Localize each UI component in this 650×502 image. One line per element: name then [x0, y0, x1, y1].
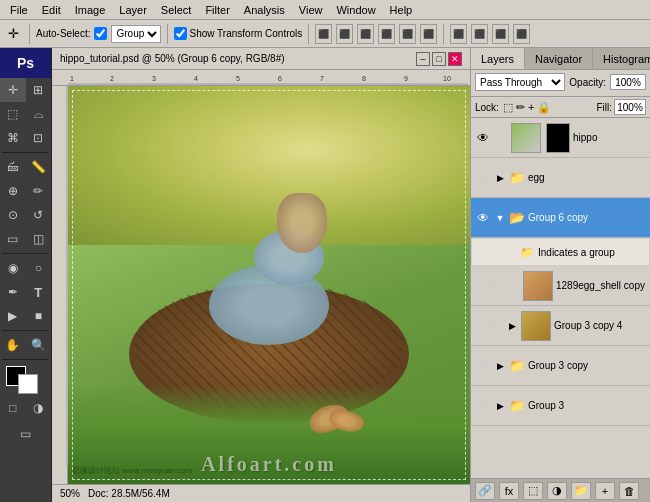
- menu-layer[interactable]: Layer: [113, 0, 153, 19]
- layer-egg-shell-copy[interactable]: 👁 1289egg_shell copy: [471, 266, 650, 306]
- gradient-tool[interactable]: ◫: [26, 227, 52, 251]
- svg-rect-0: [68, 71, 468, 85]
- tab-histogram[interactable]: Histogram: [593, 48, 650, 69]
- background-color[interactable]: [18, 374, 38, 394]
- zoom-tool[interactable]: 🔍: [26, 333, 52, 357]
- menu-image[interactable]: Image: [69, 0, 112, 19]
- standard-mode[interactable]: □: [0, 396, 26, 420]
- layer-egg-eye[interactable]: 👁: [475, 170, 491, 186]
- ruler-tool[interactable]: 📏: [26, 155, 52, 179]
- tab-layers[interactable]: Layers: [471, 48, 525, 69]
- ruler-vertical: [52, 86, 68, 484]
- new-group-btn[interactable]: 📁: [571, 482, 591, 500]
- blend-mode-select[interactable]: Pass Through Normal Multiply: [475, 73, 565, 91]
- lock-image-icon[interactable]: ✏: [516, 101, 525, 114]
- align-btn-3[interactable]: ⬛: [357, 24, 374, 44]
- layer-g3-expand[interactable]: ▶: [494, 400, 506, 412]
- maximize-btn[interactable]: □: [432, 52, 446, 66]
- dodge-tool[interactable]: ○: [26, 256, 52, 280]
- svg-text:5: 5: [236, 75, 240, 82]
- layer-g3c-expand[interactable]: ▶: [494, 360, 506, 372]
- move-tool-btn[interactable]: ✛: [4, 24, 23, 44]
- auto-select-label: Auto-Select:: [36, 28, 90, 39]
- lock-all-icon[interactable]: 🔒: [537, 101, 551, 114]
- dist-btn-2[interactable]: ⬛: [471, 24, 488, 44]
- path-select-tool[interactable]: ▶: [0, 304, 26, 328]
- eyedropper-tool[interactable]: 🖮: [0, 155, 26, 179]
- dist-btn-4[interactable]: ⬛: [513, 24, 530, 44]
- dist-btn-3[interactable]: ⬛: [492, 24, 509, 44]
- delete-layer-btn[interactable]: 🗑: [619, 482, 639, 500]
- quick-mask[interactable]: ◑: [26, 396, 52, 420]
- tab-navigator[interactable]: Navigator: [525, 48, 593, 69]
- layer-egg[interactable]: 👁 ▶ 📁 egg: [471, 158, 650, 198]
- shape-tool[interactable]: ■: [26, 304, 52, 328]
- show-transform-label[interactable]: Show Transform Controls: [174, 27, 302, 40]
- layer-g3c4-expand[interactable]: ▶: [506, 320, 518, 332]
- lock-position-icon[interactable]: +: [528, 101, 534, 114]
- opacity-input[interactable]: [610, 74, 646, 90]
- wand-tool[interactable]: ⌘: [0, 126, 26, 150]
- layer-group6copy[interactable]: 👁 ▼ 📂 Group 6 copy: [471, 198, 650, 238]
- menu-file[interactable]: File: [4, 0, 34, 19]
- show-transform-checkbox[interactable]: [174, 27, 187, 40]
- screen-mode-btn[interactable]: ▭: [6, 422, 46, 446]
- link-layers-btn[interactable]: 🔗: [475, 482, 495, 500]
- crop-tool[interactable]: ⊡: [26, 126, 52, 150]
- layer-hippo-eye[interactable]: 👁: [475, 130, 491, 146]
- brush-tool[interactable]: ✏: [26, 179, 52, 203]
- layer-g3c-eye[interactable]: 👁: [475, 358, 491, 374]
- menu-filter[interactable]: Filter: [199, 0, 235, 19]
- new-fill-btn[interactable]: ◑: [547, 482, 567, 500]
- pen-tool[interactable]: ✒: [0, 280, 26, 304]
- menu-edit[interactable]: Edit: [36, 0, 67, 19]
- auto-select-checkbox[interactable]: [94, 27, 107, 40]
- add-style-btn[interactable]: fx: [499, 482, 519, 500]
- lock-transparent-icon[interactable]: ⬚: [503, 101, 513, 114]
- menu-select[interactable]: Select: [155, 0, 198, 19]
- opacity-label: Opacity:: [569, 77, 606, 88]
- layer-g3-eye[interactable]: 👁: [475, 398, 491, 414]
- menu-analysis[interactable]: Analysis: [238, 0, 291, 19]
- new-layer-btn[interactable]: +: [595, 482, 615, 500]
- layer-group3copy4[interactable]: 👁 ▶ Group 3 copy 4: [471, 306, 650, 346]
- close-btn[interactable]: ✕: [448, 52, 462, 66]
- clone-stamp-tool[interactable]: ⊙: [0, 203, 26, 227]
- align-btn-2[interactable]: ⬛: [336, 24, 353, 44]
- lasso-tool[interactable]: ⌓: [26, 102, 52, 126]
- layer-egg-expand[interactable]: ▶: [494, 172, 506, 184]
- menu-view[interactable]: View: [293, 0, 329, 19]
- history-brush-tool[interactable]: ↺: [26, 203, 52, 227]
- text-tool[interactable]: T: [26, 280, 52, 304]
- eraser-tool[interactable]: ▭: [0, 227, 26, 251]
- blur-tool[interactable]: ◉: [0, 256, 26, 280]
- layer-indicates-group[interactable]: 📁 Indicates a group: [471, 238, 650, 266]
- artboard-tool[interactable]: ⊞: [26, 78, 52, 102]
- spot-heal-tool[interactable]: ⊕: [0, 179, 26, 203]
- align-btn-4[interactable]: ⬛: [378, 24, 395, 44]
- minimize-btn[interactable]: –: [416, 52, 430, 66]
- color-swatches[interactable]: [0, 362, 51, 396]
- align-btn-6[interactable]: ⬛: [420, 24, 437, 44]
- canvas-content[interactable]: Alfoart.com 思缘设计论坛 www.missyuan.com: [68, 86, 470, 484]
- layer-group3copy[interactable]: 👁 ▶ 📁 Group 3 copy: [471, 346, 650, 386]
- hand-tool[interactable]: ✋: [0, 333, 26, 357]
- move-tool[interactable]: ✛: [0, 78, 26, 102]
- layer-group6copy-expand[interactable]: ▼: [494, 212, 506, 224]
- rect-select-tool[interactable]: ⬚: [0, 102, 26, 126]
- menu-window[interactable]: Window: [330, 0, 381, 19]
- fill-input[interactable]: [614, 99, 646, 115]
- layer-group3[interactable]: 👁 ▶ 📁 Group 3: [471, 386, 650, 426]
- align-btn-1[interactable]: ⬛: [315, 24, 332, 44]
- layer-hippo-mask: [546, 123, 570, 153]
- menu-help[interactable]: Help: [384, 0, 419, 19]
- dist-btn-1[interactable]: ⬛: [450, 24, 467, 44]
- group-select[interactable]: Group Layer: [111, 25, 161, 43]
- layer-hippo[interactable]: 👁 hippo: [471, 118, 650, 158]
- toolbar-sep-1: [29, 24, 30, 44]
- layer-group6copy-eye[interactable]: 👁: [475, 210, 491, 226]
- layer-eggshell-eye[interactable]: 👁: [487, 278, 503, 294]
- add-mask-btn[interactable]: ⬚: [523, 482, 543, 500]
- layer-g3c4-eye[interactable]: 👁: [487, 318, 503, 334]
- align-btn-5[interactable]: ⬛: [399, 24, 416, 44]
